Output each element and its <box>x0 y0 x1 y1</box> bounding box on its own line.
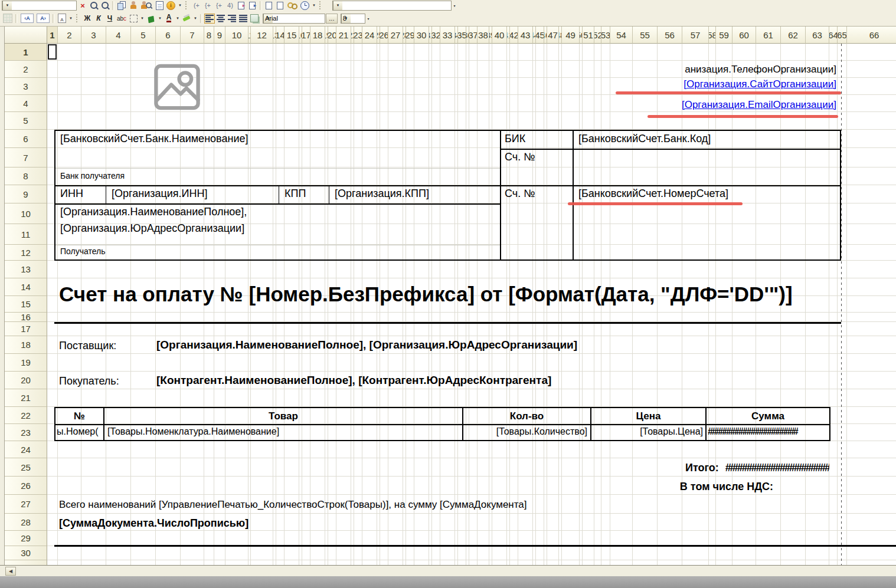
column-header-14[interactable]: 14 <box>276 27 285 44</box>
column-header-52[interactable]: 52 <box>594 27 601 44</box>
column-header-30[interactable]: 30 <box>414 27 429 44</box>
cell-row-number[interactable]: ы.Номер( <box>57 426 103 437</box>
page-setup-button[interactable] <box>275 1 286 11</box>
row-header-26[interactable]: 26 <box>5 477 47 495</box>
find-user-button[interactable] <box>139 1 153 11</box>
column-header-26[interactable]: 26 <box>380 27 388 44</box>
column-header-9[interactable]: 9 <box>214 27 225 44</box>
repeat-rows-button[interactable]: ‹A <box>19 14 35 24</box>
column-header-24[interactable]: 24 <box>362 27 377 44</box>
dropdown-icon[interactable]: ▼ <box>2 1 12 10</box>
row-header-25[interactable]: 25 <box>5 458 47 477</box>
row-header-4[interactable]: 4 <box>5 95 47 112</box>
column-header-62[interactable]: 62 <box>781 27 806 44</box>
row-header-19[interactable]: 19 <box>5 354 47 372</box>
row-header-2[interactable]: 2 <box>5 61 47 78</box>
page-view-button[interactable] <box>264 1 274 11</box>
row-header-27[interactable]: 27 <box>5 495 47 514</box>
column-header-23[interactable]: 23 <box>354 27 362 44</box>
row-header-3[interactable]: 3 <box>5 78 47 95</box>
column-header-4[interactable]: 4 <box>106 27 131 44</box>
column-header-49[interactable]: 49 <box>562 27 580 44</box>
group-close-button[interactable]: {+ <box>214 1 224 11</box>
text-style-button[interactable]: abc <box>116 14 127 24</box>
history-menu-button[interactable]: ▼ <box>311 1 317 11</box>
column-header-3[interactable]: 3 <box>81 27 106 44</box>
cell-price[interactable]: [Товары.Цена] <box>640 426 703 437</box>
row-headers[interactable]: 1234567891011121314151617181920212223242… <box>5 44 47 565</box>
highlight-menu-button[interactable]: ▼ <box>192 14 198 24</box>
column-header-60[interactable]: 60 <box>733 27 756 44</box>
column-header-43[interactable]: 43 <box>518 27 533 44</box>
col-header-qty[interactable]: Кол-во <box>463 408 590 424</box>
kpp-value-cell[interactable]: [Организация.КПП] <box>335 188 429 200</box>
row-header-16[interactable]: 16 <box>5 313 47 322</box>
row-header-21[interactable]: 21 <box>5 389 47 407</box>
column-header-63[interactable]: 63 <box>806 27 829 44</box>
grid[interactable]: анизация.ТелефонОрганизации] [Организаци… <box>47 44 896 565</box>
row-header-28[interactable]: 28 <box>5 514 47 531</box>
bik-label-cell[interactable]: БИК <box>505 133 525 145</box>
dropdown-icon[interactable]: ▼ <box>333 1 342 10</box>
borders-menu-button[interactable]: ▼ <box>139 14 145 24</box>
clear-button[interactable]: × <box>77 1 88 11</box>
column-header-10[interactable]: 10 <box>225 27 248 44</box>
column-header-64[interactable]: 64 <box>829 27 838 44</box>
column-header-58[interactable]: 58 <box>709 27 716 44</box>
group-expand-button[interactable]: (+ <box>191 1 202 11</box>
kpp-label-cell[interactable]: КПП <box>285 188 306 200</box>
row-header-23[interactable]: 23 <box>5 424 47 441</box>
user-button[interactable] <box>127 1 138 11</box>
font-name-combobox[interactable]: Arial ▼ <box>263 14 325 24</box>
row-header-6[interactable]: 6 <box>5 130 47 148</box>
column-header-61[interactable]: 61 <box>756 27 781 44</box>
row-header-10[interactable]: 10 <box>5 203 47 224</box>
account-label2-cell[interactable]: Сч. № <box>505 188 535 200</box>
group-open-button[interactable]: {+ <box>202 1 213 11</box>
font-color-menu-button[interactable]: ▼ <box>175 14 181 24</box>
column-header-51[interactable]: 51 <box>583 27 594 44</box>
column-header-15[interactable]: 15 <box>285 27 299 44</box>
left-rail[interactable] <box>0 27 5 565</box>
row-header-9[interactable]: 9 <box>5 185 47 203</box>
font-dialog-button[interactable]: ... <box>326 14 338 24</box>
recipient-caption-cell[interactable]: Получатель <box>60 247 106 256</box>
move-out-button[interactable]: ▸ <box>236 1 247 11</box>
column-header-2[interactable]: 2 <box>58 27 81 44</box>
insert-text-button[interactable] <box>57 14 67 24</box>
toolbar-overflow-button[interactable]: ▾ <box>452 1 457 11</box>
row-header-13[interactable]: 13 <box>5 261 47 278</box>
column-header-35[interactable]: 35 <box>458 27 466 44</box>
row-header-17[interactable]: 17 <box>5 322 47 336</box>
column-headers[interactable]: 1234567891011121314151617181920212223242… <box>47 27 896 44</box>
row-header-8[interactable]: 8 <box>5 167 47 185</box>
repeat-columns-button[interactable]: A› <box>35 14 51 24</box>
row-header-14[interactable]: 14 <box>5 278 47 296</box>
zoom-out-button[interactable] <box>89 1 99 11</box>
column-header-40[interactable]: 40 <box>492 27 507 44</box>
align-right-button[interactable] <box>227 14 237 24</box>
column-header-6[interactable]: 6 <box>156 27 181 44</box>
font-size-combobox[interactable]: 8 ▼ <box>341 14 365 24</box>
borders-button[interactable] <box>128 14 139 24</box>
bank-caption-cell[interactable]: Банк получателя <box>60 171 125 180</box>
col-header-number[interactable]: № <box>55 408 103 424</box>
bik-value-cell[interactable]: [БанковскийСчет.Банк.Код] <box>578 133 711 145</box>
column-header-56[interactable]: 56 <box>658 27 682 44</box>
column-header-45[interactable]: 45 <box>536 27 544 44</box>
column-header-42[interactable]: 42 <box>510 27 518 44</box>
column-header-17[interactable]: 17 <box>302 27 310 44</box>
column-header-18[interactable]: 18 <box>310 27 325 44</box>
account-label-cell[interactable]: Сч. № <box>505 151 535 163</box>
row-header-22[interactable]: 22 <box>5 407 47 424</box>
toolbar-overflow-button[interactable]: ▾ <box>366 14 371 24</box>
fill-color-button[interactable] <box>146 14 156 24</box>
cell-product[interactable]: [Товары.Номенклатура.Наименование] <box>107 426 279 437</box>
select-all-corner[interactable] <box>5 27 47 44</box>
column-header-65[interactable]: 65 <box>838 27 847 44</box>
italic-button[interactable]: К <box>93 14 104 24</box>
inn-label-cell[interactable]: ИНН <box>60 188 83 200</box>
move-in-button[interactable]: ▸ <box>247 1 258 11</box>
link-button[interactable] <box>286 1 299 11</box>
row-header-20[interactable]: 20 <box>5 372 47 389</box>
